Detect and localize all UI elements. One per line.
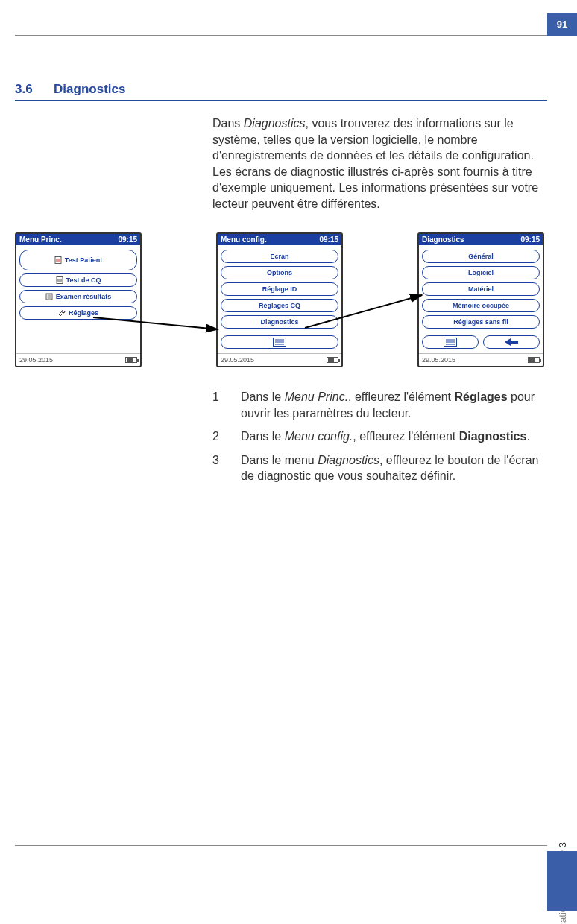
menu-item-label: Général <box>468 253 494 260</box>
svg-rect-5 <box>57 279 58 282</box>
screen-titlebar: Menu Princ.09:15 <box>16 234 140 245</box>
menu-item[interactable]: Mémoire occupée <box>422 299 540 312</box>
battery-icon <box>327 357 338 363</box>
screen-title: Diagnostics <box>422 235 464 244</box>
section-number: 3.6 <box>15 82 33 96</box>
menu-item-label: Réglages <box>69 309 98 317</box>
menu-item-label: Test de CQ <box>66 276 101 284</box>
screen-date: 29.05.2015 <box>221 356 254 364</box>
screen-date: 29.05.2015 <box>422 356 455 364</box>
screen-time: 09:15 <box>520 235 540 244</box>
menu-item-label: Logiciel <box>468 269 494 276</box>
screen-time: 09:15 <box>118 235 137 244</box>
menu-item-label: Test Patient <box>65 256 102 264</box>
menu-item-label: Options <box>267 269 292 276</box>
screen-titlebar: Diagnostics09:15 <box>419 234 543 245</box>
list-icon <box>273 338 286 346</box>
screen-body: GénéralLogicielMatérielMémoire occupéeRé… <box>419 245 543 354</box>
svg-rect-1 <box>56 259 57 262</box>
menu-item-label: Réglage ID <box>262 285 297 293</box>
menu-item[interactable]: Réglages CQ <box>221 299 338 312</box>
menu-item[interactable]: Écran <box>221 250 338 263</box>
menu-item[interactable]: Diagnostics <box>221 315 338 329</box>
bottom-rule <box>15 845 547 846</box>
menu-item[interactable]: Logiciel <box>422 266 540 279</box>
section-heading: 3.6 Diagnostics <box>15 82 547 101</box>
step: 3Dans le menu Diagnostics, effleurez le … <box>212 452 547 484</box>
svg-rect-6 <box>59 279 60 282</box>
menu-item[interactable]: Test de CQ <box>19 273 137 287</box>
top-rule <box>15 35 547 36</box>
step-number: 2 <box>212 428 226 445</box>
step: 1Dans le Menu Princ., effleurez l'élémen… <box>212 389 547 421</box>
step: 2Dans le Menu config., effleurez l'éléme… <box>212 428 547 445</box>
step-number: 3 <box>212 452 226 484</box>
step-text: Dans le menu Diagnostics, effleurez le b… <box>241 452 547 484</box>
item-icon <box>56 276 63 284</box>
list-icon <box>444 338 457 346</box>
list-button[interactable] <box>422 335 479 349</box>
step-number: 1 <box>212 389 226 421</box>
device-screen-0: Menu Princ.09:15Test PatientTest de CQEx… <box>15 232 142 367</box>
screen-footer: 29.05.2015 <box>16 354 140 366</box>
menu-item-label: Matériel <box>468 285 494 293</box>
section-title: Diagnostics <box>54 82 125 96</box>
intro-paragraph: Dans Diagnostics, vous trouverez des inf… <box>212 116 547 212</box>
side-label-black: 3 <box>557 842 568 847</box>
item-icon <box>45 293 53 300</box>
menu-item[interactable]: Test Patient <box>19 250 137 270</box>
device-screen-2: Diagnostics09:15GénéralLogicielMatérielM… <box>417 232 544 367</box>
screen-date: 29.05.2015 <box>19 356 53 364</box>
step-text: Dans le Menu config., effleurez l'élémen… <box>241 428 530 445</box>
screen-title: Menu Princ. <box>19 235 62 244</box>
side-block <box>547 851 577 911</box>
item-icon <box>58 309 66 317</box>
menu-item-label: Réglages CQ <box>259 302 300 309</box>
menu-item[interactable]: Examen résultats <box>19 290 137 303</box>
menu-item[interactable]: Options <box>221 266 338 279</box>
screen-titlebar: Menu config.09:15 <box>218 234 341 245</box>
screen-footer: 29.05.2015 <box>419 354 543 366</box>
screen-title: Menu config. <box>221 235 267 244</box>
menu-item-label: Mémoire occupée <box>453 302 509 309</box>
svg-rect-7 <box>60 279 61 282</box>
menu-item-label: Réglages sans fil <box>453 318 508 326</box>
svg-rect-2 <box>57 259 58 262</box>
screen-footer: 29.05.2015 <box>218 354 341 366</box>
steps-list: 1Dans le Menu Princ., effleurez l'élémen… <box>212 389 547 492</box>
menu-item[interactable]: Réglages <box>19 306 137 320</box>
step-text: Dans le Menu Princ., effleurez l'élément… <box>241 389 547 421</box>
device-screen-1: Menu config.09:15ÉcranOptionsRéglage IDR… <box>216 232 343 367</box>
screen-body: ÉcranOptionsRéglage IDRéglages CQDiagnos… <box>218 245 341 354</box>
menu-item[interactable]: Général <box>422 250 540 263</box>
menu-item[interactable]: Réglage ID <box>221 282 338 296</box>
list-button[interactable] <box>221 335 338 349</box>
menu-item-label: Écran <box>270 253 288 260</box>
back-button[interactable] <box>483 335 540 349</box>
screen-body: Test PatientTest de CQExamen résultatsRé… <box>16 245 140 354</box>
battery-icon <box>125 357 137 363</box>
menu-item[interactable]: Matériel <box>422 282 540 296</box>
bottom-row <box>221 335 338 349</box>
item-icon <box>54 256 62 264</box>
svg-rect-3 <box>59 259 60 262</box>
bottom-row <box>422 335 540 349</box>
page-number: 91 <box>547 13 577 36</box>
screens-row: Menu Princ.09:15Test PatientTest de CQEx… <box>15 232 547 367</box>
back-arrow-icon <box>503 338 520 346</box>
screen-time: 09:15 <box>319 235 338 244</box>
menu-item-label: Examen résultats <box>56 293 112 300</box>
menu-item[interactable]: Réglages sans fil <box>422 315 540 329</box>
battery-icon <box>528 357 540 363</box>
menu-item-label: Diagnostics <box>260 318 298 326</box>
